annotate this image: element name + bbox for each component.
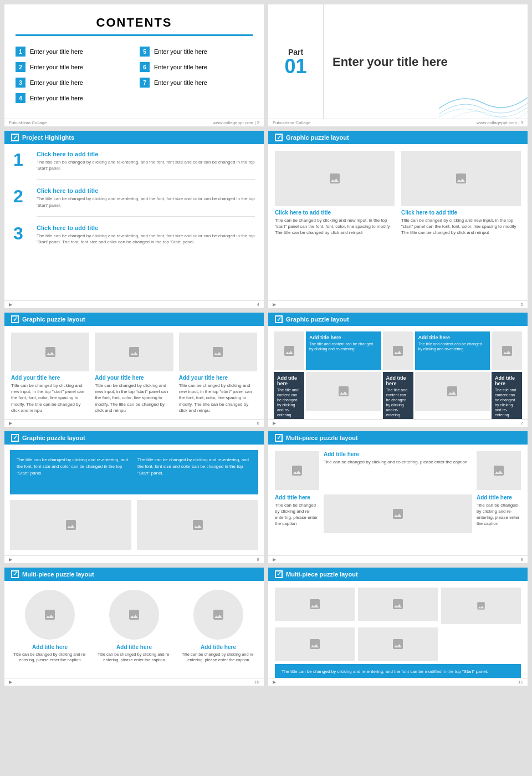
highlight-item-2: 2 Click here to add title The title can … <box>13 187 255 208</box>
cell-title: Add title here <box>386 375 410 386</box>
section-title: Project Highlights <box>22 134 74 141</box>
grid-img-area <box>268 581 528 661</box>
contents-grid: 1 Enter your title here 5 Enter your tit… <box>16 45 253 105</box>
cell-blue: Add title here The title and content can… <box>415 331 490 370</box>
footer-icon: ▶ <box>9 557 12 562</box>
slide-footer: ▶ 7 <box>268 419 528 427</box>
slide-footer: Fukushima Collage www.collageppt.com | 2 <box>4 119 264 126</box>
list-item: 6 Enter your title here <box>140 60 253 74</box>
item-text: Title can be changed by clicking and re-… <box>95 652 173 663</box>
slide-contents: CONTENTS 1 Enter your title here 5 Enter… <box>4 4 264 126</box>
cell-desc: The title and content can be changed by … <box>418 341 487 351</box>
highlight-desc: The title can be changed by clicking and… <box>37 196 255 208</box>
highlight-desc: The title can be changed by clicking and… <box>37 233 255 245</box>
image-placeholder <box>10 500 131 550</box>
list-item: 7 Enter your title here <box>140 76 253 89</box>
image-placeholder <box>11 333 89 371</box>
puzzle-item: Add your title here Title can be changed… <box>11 333 89 413</box>
item-title: Add title here <box>32 644 68 650</box>
list-item: 5 Enter your title here <box>140 45 253 58</box>
slide-graphic-puzzle-3col: ✓ Graphic puzzle layout Add your title h… <box>4 313 264 427</box>
item-title: Add your title here <box>95 375 173 381</box>
blue-background: The title can be changed by clicking and… <box>10 450 258 494</box>
item-title: Add your title here <box>179 375 257 381</box>
footer-icon: ▶ <box>9 680 12 685</box>
multi-piece-grid: Add title here Title can be changed by c… <box>275 451 521 533</box>
circular-item: Add title here Title can be changed by c… <box>180 590 257 663</box>
highlight-number: 2 <box>13 187 30 205</box>
puzzle-grid: Add your title here Title can be changed… <box>11 333 257 413</box>
highlight-item-1: 1 Click here to add title The title can … <box>13 151 255 171</box>
highlight-text: Click here to add title The title can be… <box>37 224 255 245</box>
item-text: Title can be changed by clicking and new… <box>275 217 395 236</box>
cell-title: Add title here <box>309 335 378 340</box>
slide-footer: ▶ 6 <box>4 419 264 427</box>
slide-footer: ▶ 4 <box>4 300 264 308</box>
slide-footer: ▶ 5 <box>268 300 528 308</box>
check-icon: ✓ <box>275 570 283 578</box>
footer-page: 8 <box>257 557 259 562</box>
item-text: Enter your title here <box>154 48 207 55</box>
item-title: Add title here <box>116 644 152 650</box>
item-title: Add title here <box>275 494 319 501</box>
image-placeholder <box>324 494 472 533</box>
item-text: Enter your title here <box>154 79 207 86</box>
image-placeholder <box>401 151 521 206</box>
image-placeholder <box>179 333 257 371</box>
images-row <box>4 500 264 563</box>
footer-page: 6 <box>257 421 259 426</box>
item-text: Enter your title here <box>30 64 83 70</box>
section-title: Graphic puzzle layout <box>286 316 349 323</box>
footer-icon: ▶ <box>273 557 276 562</box>
item-number: 1 <box>16 47 25 57</box>
item-number: 6 <box>140 62 150 72</box>
section-title: Multi-piece puzzle layout <box>286 435 358 441</box>
item-text: Title can be changed by clicking and re-… <box>275 502 319 527</box>
circle-image <box>25 590 75 640</box>
item-text: Enter your title here <box>30 95 83 101</box>
slide-project-highlights: ✓ Project Highlights 1 Click here to add… <box>4 131 264 308</box>
item-text: Title can be changed by clicking and re-… <box>324 459 472 465</box>
slide-footer: ▶ 8 <box>4 555 264 563</box>
puzzle-item: Click here to add title Title can be cha… <box>275 151 395 236</box>
footer-page: 5 <box>521 302 523 307</box>
slide-graphic-puzzle-blue: ✓ Graphic puzzle layout The title can be… <box>4 431 264 563</box>
section-title: Multi-piece puzzle layout <box>286 571 358 578</box>
image-placeholder <box>137 500 258 550</box>
highlight-text: Click here to add title The title can be… <box>37 187 255 208</box>
list-item: 2 Enter your title here <box>16 60 129 74</box>
section-header: ✓ Graphic puzzle layout <box>4 313 264 326</box>
blue-text-2: The title can be changed by clicking and… <box>137 457 252 477</box>
footer-brand: Fukushima Collage <box>9 120 47 125</box>
highlights-content: 1 Click here to add title The title can … <box>4 144 264 259</box>
puzzle-item: Add your title here Title can be changed… <box>95 333 173 413</box>
circular-item: Add title here Title can be changed by c… <box>95 590 173 663</box>
multi-piece-text-center: Add title here Title can be changed by c… <box>324 451 472 465</box>
item-number: 7 <box>140 78 150 88</box>
footer-page: 11 <box>518 680 523 685</box>
puzzle-content: Add your title here Title can be changed… <box>4 326 264 420</box>
slide-multi-piece-grid: ✓ Multi-piece puzzle layout <box>268 568 528 686</box>
circular-item: Add title here Title can be changed by c… <box>11 590 89 663</box>
multi-piece-content: Add title here Title can be changed by c… <box>268 445 528 540</box>
cell-title: Add title here <box>495 375 519 386</box>
part-left: Part 01 <box>268 4 324 120</box>
blue-text-1: The title can be changed by clicking and… <box>17 457 131 477</box>
highlight-text: Click here to add title The title can be… <box>37 151 255 171</box>
circular-grid: Add title here Title can be changed by c… <box>4 581 264 672</box>
puzzle-grid: Click here to add title Title can be cha… <box>275 151 521 236</box>
cell-blue: Add title here The title and content can… <box>306 331 381 370</box>
check-icon: ✓ <box>11 570 19 578</box>
image-placeholder-tall <box>441 588 521 624</box>
highlight-item-3: 3 Click here to add title The title can … <box>13 224 255 245</box>
image-placeholder <box>275 588 355 621</box>
slide-footer: ▶ 9 <box>268 555 528 563</box>
item-text: Title can be changed by clicking and re-… <box>180 652 257 663</box>
image-row-1 <box>275 588 521 624</box>
cell-image <box>492 331 522 370</box>
footer-page: 9 <box>521 557 523 562</box>
slide-multi-piece-1: ✓ Multi-piece puzzle layout Add title he… <box>268 431 528 563</box>
item-text: Enter your title here <box>154 64 207 70</box>
image-placeholder <box>275 151 395 206</box>
footer-icon: ▶ <box>9 421 12 426</box>
